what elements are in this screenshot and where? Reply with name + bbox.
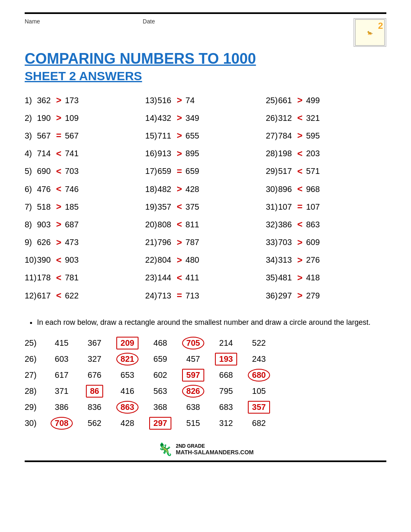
comp-row-num: 30) <box>266 183 278 196</box>
num-circle: 821 <box>116 353 138 365</box>
comp-num-a: 617 <box>37 289 53 302</box>
comp-num-b: 655 <box>185 129 201 142</box>
comp-num-b: 903 <box>65 253 81 266</box>
comp-operator: > <box>294 288 306 303</box>
comp-num-a: 432 <box>157 111 173 125</box>
page-subtitle: SHEET 2 ANSWERS <box>25 69 386 83</box>
bullet-section: In each row below, draw a rectangle arou… <box>25 317 386 328</box>
comp-operator: < <box>294 111 306 125</box>
num-cell: 243 <box>242 354 275 364</box>
top-border <box>25 12 386 14</box>
comp-num-b: 781 <box>65 271 81 284</box>
page-title: COMPARING NUMBERS TO 1000 <box>25 50 386 67</box>
comp-operator: < <box>294 182 306 196</box>
comp-row: 6)476<746 <box>25 180 145 198</box>
comp-operator: > <box>173 146 185 161</box>
num-row: 27)617676653602597668680 <box>25 369 386 382</box>
num-cell: 368 <box>144 402 177 412</box>
comp-row: 3)567=567 <box>25 127 145 144</box>
comp-num-b: 863 <box>306 218 322 231</box>
num-row: 28)37186416563826795105 <box>25 385 386 398</box>
footer-logo: 🦎 2ND GRADE MATH-SALAMANDERS.COM <box>157 442 254 456</box>
num-cell: 638 <box>177 402 210 412</box>
comp-row: 5)690<703 <box>25 162 145 180</box>
num-cell: 105 <box>242 386 275 396</box>
comp-num-b: 659 <box>185 164 201 178</box>
num-cell: 562 <box>78 419 111 428</box>
comp-num-a: 178 <box>37 271 53 284</box>
comp-operator: > <box>294 128 306 143</box>
comp-num-b: 276 <box>306 253 322 266</box>
comp-num-b: 787 <box>185 236 201 249</box>
comp-row-num: 25) <box>266 94 278 107</box>
comp-num-a: 362 <box>37 94 53 107</box>
comp-num-b: 173 <box>65 94 81 107</box>
num-cell: 563 <box>144 386 177 396</box>
comp-row: 4)714<741 <box>25 145 145 162</box>
comp-operator: < <box>53 288 65 303</box>
comp-operator: > <box>173 182 185 196</box>
num-cell: 522 <box>242 338 275 348</box>
num-rect: 209 <box>116 337 138 349</box>
comp-row: 26)312<321 <box>266 109 386 127</box>
comp-operator: < <box>173 271 185 285</box>
comp-row-num: 3) <box>25 129 37 142</box>
comp-num-a: 690 <box>37 164 53 178</box>
comp-row: 8)903>687 <box>25 215 145 233</box>
num-cell: 386 <box>45 402 78 412</box>
comp-num-b: 109 <box>65 111 81 125</box>
comp-row: 28)198<203 <box>266 145 386 162</box>
comp-num-a: 107 <box>278 200 294 213</box>
comp-operator: < <box>53 271 65 285</box>
comp-operator: > <box>53 217 65 231</box>
comp-row: 23)144<411 <box>145 269 266 287</box>
comp-row-num: 8) <box>25 218 37 231</box>
comp-num-a: 476 <box>37 183 53 196</box>
comp-num-b: 895 <box>185 147 201 160</box>
num-circle: 705 <box>182 337 204 349</box>
comp-operator: > <box>173 235 185 250</box>
comp-num-a: 796 <box>157 236 173 249</box>
comp-row: 36)297>279 <box>266 287 386 304</box>
comp-row-num: 18) <box>145 183 157 196</box>
comp-operator: < <box>53 164 65 178</box>
comp-num-a: 903 <box>37 218 53 231</box>
comp-operator: < <box>173 199 185 214</box>
comp-operator: > <box>294 271 306 285</box>
comp-row: 19)357<375 <box>145 198 266 215</box>
comp-operator: < <box>53 253 65 267</box>
num-cell: 416 <box>111 386 144 396</box>
comp-operator: < <box>53 182 65 196</box>
comp-row-num: 2) <box>25 111 37 125</box>
comp-row: 11)178<781 <box>25 269 145 287</box>
comp-row: 21)796>787 <box>145 234 266 251</box>
comp-row: 30)896<968 <box>266 180 386 198</box>
comp-num-a: 808 <box>157 218 173 231</box>
num-cell: 603 <box>45 354 78 364</box>
number-rows: 25)41536720946870521452226)6033278216594… <box>25 337 386 430</box>
num-cell: 668 <box>210 370 242 380</box>
comp-num-b: 203 <box>306 147 322 160</box>
comp-operator: > <box>294 253 306 267</box>
comp-operator: = <box>173 164 185 178</box>
comp-operator: < <box>294 164 306 178</box>
footer: 🦎 2ND GRADE MATH-SALAMANDERS.COM <box>25 442 386 456</box>
comp-num-a: 714 <box>37 147 53 160</box>
comp-row: 24)713=713 <box>145 287 266 304</box>
comp-row-num: 9) <box>25 236 37 249</box>
comp-row: 15)711>655 <box>145 127 266 144</box>
comp-operator: > <box>294 235 306 250</box>
num-cell: 468 <box>144 338 177 348</box>
num-cell: 683 <box>210 402 242 412</box>
comp-num-b: 811 <box>185 218 201 231</box>
header-row: Name Date 🐆 2 <box>25 18 386 47</box>
row-label: 29) <box>25 402 45 412</box>
footer-site: MATH-SALAMANDERS.COM <box>176 449 254 456</box>
num-circle: 826 <box>182 385 204 398</box>
comp-num-a: 297 <box>278 289 294 302</box>
num-cell: 297 <box>144 417 177 430</box>
num-cell: 795 <box>210 386 242 396</box>
num-cell: 705 <box>177 337 210 349</box>
comp-row: 9)626>473 <box>25 234 145 251</box>
comp-num-b: 74 <box>185 94 201 107</box>
